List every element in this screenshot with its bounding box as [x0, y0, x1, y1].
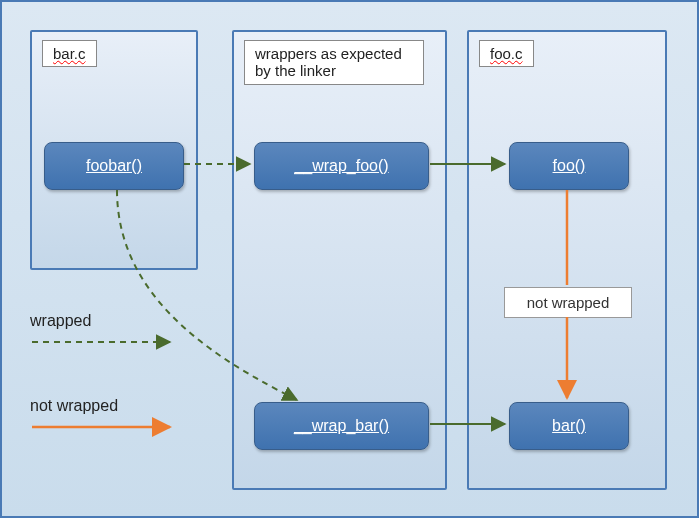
- column-bar-title: bar.c: [42, 40, 97, 67]
- column-foo-c: foo.c foo() not wrapped bar(): [467, 30, 667, 490]
- node-foobar-label: foobar(): [86, 157, 142, 175]
- diagram-canvas: bar.c foobar() wrappers as expected by t…: [0, 0, 699, 518]
- node-foo: foo(): [509, 142, 629, 190]
- edge-label-not-wrapped: not wrapped: [504, 287, 632, 318]
- node-bar-label: bar(): [552, 417, 586, 435]
- column-wrappers: wrappers as expected by the linker __wra…: [232, 30, 447, 490]
- title-text: bar.c: [53, 45, 86, 62]
- column-wrap-title: wrappers as expected by the linker: [244, 40, 424, 85]
- legend-notwrapped-label: not wrapped: [30, 397, 118, 415]
- node-wrap-bar: __wrap_bar(): [254, 402, 429, 450]
- column-bar-c: bar.c foobar(): [30, 30, 198, 270]
- column-foo-title: foo.c: [479, 40, 534, 67]
- legend-wrapped-label: wrapped: [30, 312, 91, 330]
- node-wrap-foo-label: __wrap_foo(): [294, 157, 388, 175]
- node-bar: bar(): [509, 402, 629, 450]
- node-wrap-foo: __wrap_foo(): [254, 142, 429, 190]
- node-foo-label: foo(): [553, 157, 586, 175]
- title-text: wrappers as expected by the linker: [255, 45, 402, 79]
- node-foobar: foobar(): [44, 142, 184, 190]
- title-text: foo.c: [490, 45, 523, 62]
- node-wrap-bar-label: __wrap_bar(): [294, 417, 389, 435]
- edge-label-text: not wrapped: [527, 294, 610, 311]
